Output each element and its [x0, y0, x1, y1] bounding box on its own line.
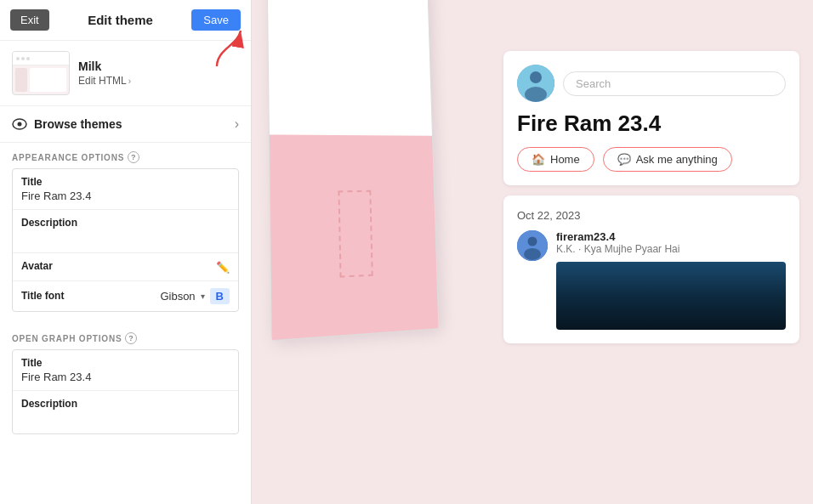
appearance-font-field[interactable]: Title font Gibson ▾ B [13, 281, 238, 311]
blog-preview-container: Search Fire Ram 23.4 🏠 Home 💬 Ask me any… [490, 51, 813, 343]
save-button[interactable]: Save [191, 9, 241, 31]
open-graph-section-label: OPEN GRAPH OPTIONS ? [0, 324, 251, 349]
font-select[interactable]: Gibson ▾ B [160, 288, 230, 304]
svg-point-7 [528, 237, 537, 246]
appearance-title-value: Fire Ram 23.4 [21, 190, 230, 202]
appearance-avatar-label: Avatar [21, 260, 53, 272]
blog-header-card: Search Fire Ram 23.4 🏠 Home 💬 Ask me any… [503, 51, 799, 185]
appearance-description-value [21, 230, 230, 246]
page-mock-bottom [270, 135, 438, 341]
search-input[interactable]: Search [563, 71, 786, 96]
appearance-title-field[interactable]: Title Fire Ram 23.4 [13, 169, 238, 210]
page-title: Edit theme [88, 13, 153, 27]
theme-thumbnail [12, 51, 70, 95]
open-graph-help-icon[interactable]: ? [125, 332, 137, 344]
avatar [517, 65, 554, 102]
appearance-title-label: Title [21, 176, 230, 188]
svg-point-5 [525, 87, 547, 102]
right-panel: Search Fire Ram 23.4 🏠 Home 💬 Ask me any… [252, 0, 813, 504]
post-image [556, 262, 786, 330]
blog-title: Fire Ram 23.4 [517, 110, 786, 137]
og-title-label: Title [21, 357, 230, 369]
theme-card: Milk Edit HTML › [0, 41, 251, 106]
chat-icon: 💬 [617, 153, 631, 166]
chevron-down-icon: ▾ [201, 292, 205, 301]
appearance-avatar-field[interactable]: Avatar ✏️ [13, 253, 238, 281]
home-btn-label: Home [550, 153, 580, 166]
appearance-section-label: APPEARANCE OPTIONS ? [0, 143, 251, 168]
home-icon: 🏠 [532, 153, 545, 166]
font-name: Gibson [160, 290, 195, 303]
og-description-field[interactable]: Description [13, 391, 238, 433]
home-button[interactable]: 🏠 Home [517, 147, 594, 172]
browse-themes-row[interactable]: Browse themes › [0, 106, 251, 143]
svg-point-2 [18, 122, 22, 127]
page-preview-area: Search Fire Ram 23.4 🏠 Home 💬 Ask me any… [252, 0, 813, 504]
post-avatar [517, 230, 548, 261]
ask-btn-label: Ask me anything [636, 153, 718, 166]
appearance-description-field[interactable]: Description [13, 210, 238, 253]
chevron-icon: › [128, 76, 131, 86]
og-title-field[interactable]: Title Fire Ram 23.4 [13, 350, 238, 391]
exit-button[interactable]: Exit [10, 9, 49, 31]
blog-content-card: Oct 22, 2023 fireram23.4 K.K. · Kya Mujh… [503, 195, 799, 343]
theme-info: Milk Edit HTML › [78, 59, 131, 87]
browse-chevron-icon: › [235, 116, 239, 132]
edit-html-link[interactable]: Edit HTML › [78, 75, 131, 87]
page-mock-top [268, 0, 432, 136]
blog-nav-buttons: 🏠 Home 💬 Ask me anything [517, 147, 786, 172]
appearance-fields: Title Fire Ram 23.4 Description Avatar ✏… [12, 168, 239, 312]
open-graph-fields: Title Fire Ram 23.4 Description [12, 349, 239, 434]
appearance-font-label: Title font [21, 290, 64, 302]
post-author: fireram23.4 [556, 230, 786, 243]
appearance-description-label: Description [21, 217, 230, 229]
browse-themes-label: Browse themes [34, 117, 122, 131]
post-subtitle: K.K. · Kya Mujhe Pyaar Hai [556, 243, 786, 255]
appearance-help-icon[interactable]: ? [128, 151, 139, 163]
pencil-icon[interactable]: ✏️ [216, 261, 230, 274]
page-mock [267, 0, 440, 341]
page-mock-content-box [338, 190, 372, 278]
svg-point-4 [530, 71, 542, 83]
post-info: fireram23.4 K.K. · Kya Mujhe Pyaar Hai [556, 230, 786, 330]
og-title-value: Fire Ram 23.4 [21, 371, 230, 383]
blog-header-top: Search [517, 65, 786, 102]
browse-left: Browse themes [12, 116, 122, 132]
left-panel: Exit Edit theme Save M [0, 0, 252, 504]
top-bar: Exit Edit theme Save [0, 0, 251, 41]
bold-button[interactable]: B [210, 288, 230, 304]
og-description-label: Description [21, 398, 230, 410]
svg-point-8 [524, 248, 541, 260]
post-item: fireram23.4 K.K. · Kya Mujhe Pyaar Hai [517, 230, 786, 330]
post-date: Oct 22, 2023 [517, 209, 786, 222]
eye-icon [12, 116, 27, 132]
og-description-value [21, 411, 230, 427]
theme-name: Milk [78, 59, 131, 73]
ask-button[interactable]: 💬 Ask me anything [603, 147, 732, 172]
